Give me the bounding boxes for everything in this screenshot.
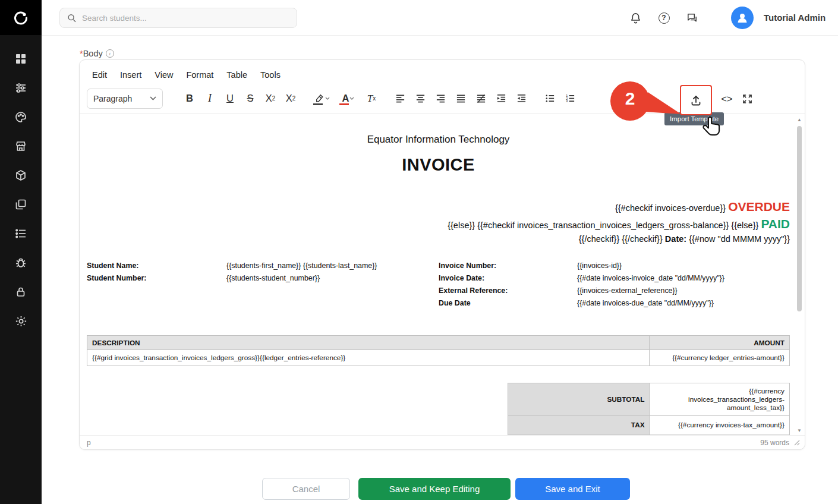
field-value: {{students-student_number}}	[226, 274, 320, 282]
app-root: ? Tutorial Admin *Body i Edit Insert Vie…	[0, 0, 838, 504]
sidebar-item-debug[interactable]	[14, 256, 28, 269]
sidebar-item-store[interactable]	[14, 140, 28, 153]
sidebar-item-dashboard[interactable]	[14, 52, 28, 65]
align-justify-button[interactable]	[450, 89, 471, 109]
source-code-button[interactable]: <>	[717, 89, 737, 109]
field-value: {{#date invoices-due_date "dd/MM/yyyy"}}	[577, 299, 714, 307]
menu-tools[interactable]: Tools	[254, 68, 287, 82]
totals-row: SUBTOTAL {{#currency invoices_transactio…	[508, 383, 790, 416]
subscript-glyph: X	[266, 93, 272, 104]
align-justify-icon	[456, 93, 466, 103]
notifications-button[interactable]	[628, 10, 643, 26]
sidebar-item-modules[interactable]	[14, 169, 28, 182]
gear-icon	[15, 315, 27, 327]
search-input[interactable]	[82, 14, 289, 23]
chevron-down-icon	[349, 97, 354, 100]
messages-button[interactable]	[684, 10, 700, 26]
sidebar-item-templates[interactable]	[14, 198, 28, 211]
bold-button[interactable]: B	[179, 89, 200, 109]
menu-edit[interactable]: Edit	[86, 68, 114, 82]
sidebar-item-settings-sliders[interactable]	[14, 81, 28, 94]
import-template-button[interactable]	[680, 85, 712, 115]
app-logo[interactable]	[0, 0, 42, 35]
bullet-list-icon	[545, 93, 555, 103]
date-value-code: {{#now "dd MMMM yyyy"}}	[689, 234, 790, 244]
sliders-icon	[15, 82, 27, 94]
align-none-button[interactable]	[471, 89, 491, 109]
scroll-up-arrow[interactable]: ▲	[795, 115, 804, 124]
indent-icon	[496, 93, 506, 103]
align-center-button[interactable]	[410, 89, 430, 109]
cancel-button[interactable]: Cancel	[262, 478, 350, 500]
paid-badge: PAID	[761, 217, 790, 231]
line-items-table: DESCRIPTION AMOUNT {{#grid invoices_tran…	[87, 335, 790, 366]
tax-value: {{#currency invoices-tax_amount}}	[650, 416, 789, 434]
cube-icon	[15, 169, 27, 181]
outdent-icon	[516, 93, 527, 103]
align-left-button[interactable]	[390, 89, 410, 109]
field-label: Student Number:	[87, 274, 226, 282]
align-right-icon	[436, 93, 446, 103]
strikethrough-button[interactable]: S	[240, 89, 260, 109]
body-field-label: *Body i	[80, 49, 114, 58]
field-label: Invoice Date:	[439, 274, 577, 282]
storefront-icon	[15, 140, 27, 152]
paragraph-style-select[interactable]: Paragraph	[87, 89, 163, 109]
table-header-row: DESCRIPTION AMOUNT	[87, 336, 790, 350]
help-button[interactable]: ?	[656, 10, 672, 26]
indent-button[interactable]	[491, 89, 511, 109]
highlight-color-button[interactable]	[309, 89, 335, 109]
align-center-icon	[415, 93, 426, 103]
highlighter-icon	[314, 93, 325, 103]
editor-scrollbar[interactable]: ▲ ▼	[795, 115, 804, 434]
invoice-fields: Student Name: {{students-first_name}} {{…	[87, 262, 790, 311]
menu-format[interactable]: Format	[179, 68, 220, 82]
numbered-list-button[interactable]: 123	[560, 89, 580, 109]
invoice-status-block: {{#checkif invoices-overdue}} OVERDUE {{…	[87, 200, 790, 244]
clear-formatting-button[interactable]: Tx	[361, 89, 382, 109]
subtotal-value: {{#currency invoices_transactions_ledger…	[650, 383, 789, 416]
palette-icon	[15, 111, 27, 123]
menu-table[interactable]: Table	[220, 68, 254, 82]
resize-grip-icon[interactable]	[794, 440, 800, 446]
topbar: ? Tutorial Admin	[42, 0, 838, 36]
sidebar-item-system-settings[interactable]	[14, 314, 28, 327]
user-avatar[interactable]	[731, 7, 754, 29]
menu-view[interactable]: View	[148, 68, 179, 82]
superscript-button[interactable]: X2	[281, 89, 301, 109]
scroll-down-arrow[interactable]: ▼	[795, 426, 804, 434]
svg-text:3: 3	[565, 99, 568, 103]
underline-button[interactable]: U	[220, 89, 240, 109]
bullet-list-button[interactable]	[540, 89, 560, 109]
sidebar-item-theme[interactable]	[14, 111, 28, 124]
sidebar	[0, 0, 42, 504]
subscript-button[interactable]: X2	[260, 89, 281, 109]
sidebar-item-security[interactable]	[14, 285, 28, 298]
align-right-button[interactable]	[430, 89, 450, 109]
outdent-button[interactable]	[511, 89, 531, 109]
scrollbar-thumb[interactable]	[797, 126, 802, 311]
checkif-paid-code: {{else}} {{#checkif invoices_transaction…	[448, 220, 758, 230]
info-icon: i	[106, 49, 114, 58]
invoice-title: INVOICE	[87, 155, 790, 175]
search-box	[59, 8, 297, 28]
field-value: {{students-first_name}} {{students-last_…	[226, 262, 377, 270]
text-color-button[interactable]: A	[335, 89, 361, 109]
sidebar-item-lists[interactable]	[14, 227, 28, 240]
checkif-close-code: {{/checkif}} {{/checkif}}	[579, 234, 663, 244]
save-and-exit-button[interactable]: Save and Exit	[515, 478, 630, 500]
save-and-keep-editing-button[interactable]: Save and Keep Editing	[358, 478, 511, 500]
chat-icon	[686, 12, 698, 24]
field-row: Invoice Date: {{#date invoices-invoice_d…	[439, 274, 724, 282]
field-label: Student Name:	[87, 262, 226, 270]
chevron-down-icon	[325, 97, 330, 100]
menu-insert[interactable]: Insert	[114, 68, 148, 82]
subscript-small: 2	[272, 95, 276, 102]
editor-content[interactable]: Equator Information Technology INVOICE {…	[80, 114, 798, 436]
copy-icon	[15, 199, 27, 210]
subtotal-label: SUBTOTAL	[508, 383, 650, 416]
word-count[interactable]: 95 words	[760, 439, 789, 447]
italic-button[interactable]: I	[200, 89, 220, 109]
invoice-fields-column: Invoice Number: {{invoices-id}} Invoice …	[439, 262, 724, 311]
fullscreen-button[interactable]	[737, 89, 757, 109]
